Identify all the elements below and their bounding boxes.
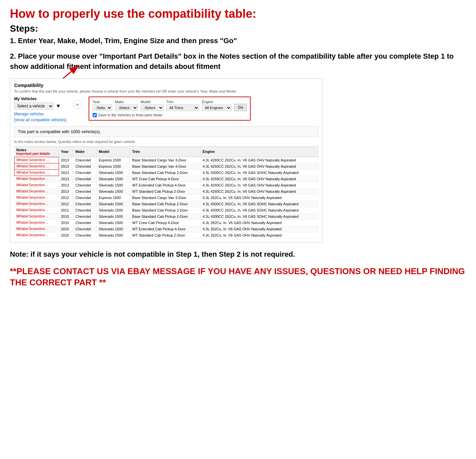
- cell-year: 2010: [59, 232, 73, 238]
- model-label: Model: [141, 100, 164, 104]
- cell-notes: Mfrlabel:Serpentine ...: [14, 182, 59, 188]
- my-vehicles-label: My Vehicles: [14, 97, 66, 101]
- quantity-note: In the notes section below, Quantity ref…: [14, 140, 319, 144]
- cell-notes: Mfrlabel:Serpentine....: [14, 163, 59, 169]
- cell-model: Silverado 1500: [97, 226, 130, 232]
- cell-make: Chevrolet: [73, 176, 97, 182]
- cell-year: 2012: [59, 194, 73, 201]
- cell-make: Chevrolet: [73, 157, 97, 163]
- cell-notes: Mfrlabel:Serpentine ...: [14, 232, 59, 238]
- or-divider: or: [73, 100, 82, 109]
- ymm-box: Year -Select- Make -Select- Model -Selec…: [89, 97, 251, 121]
- cell-notes: Mfrlabel:Serpentine ...: [14, 194, 59, 201]
- cell-model: Silverado 1500: [97, 176, 130, 182]
- compat-section: Compatibility To confirm that this part …: [10, 78, 466, 243]
- cell-year: 2013: [59, 163, 73, 169]
- cell-make: Chevrolet: [73, 201, 97, 207]
- cell-engine: 4.3L 4300CC 262Cu. In. V6 GAS SOHC Natur…: [201, 169, 319, 176]
- col-model: Model: [97, 146, 130, 157]
- table-row: Mfrlabel:Serpentine ... 2010 Chevrolet S…: [14, 232, 319, 238]
- cell-make: Chevrolet: [73, 213, 97, 219]
- year-select[interactable]: -Select-: [93, 104, 112, 111]
- go-button[interactable]: Go: [234, 104, 247, 111]
- cell-model: Silverado 1500: [97, 213, 130, 219]
- cell-notes: Mfrlabel:Serpentine ...: [14, 188, 59, 194]
- cell-trim: WT Extended Cab Pickup 4-Door: [130, 226, 201, 232]
- note-text: Note: if it says your vehicle is not com…: [10, 249, 466, 260]
- cell-engine: 4.3L 4300CC 262Cu. In. V6 GAS SOHC Natur…: [201, 201, 319, 207]
- step1-text: 1. Enter Year, Make, Model, Trim, Engine…: [10, 36, 466, 46]
- cell-trim: Base Standard Cargo Van 4-Door: [130, 163, 201, 169]
- cell-make: Chevrolet: [73, 163, 97, 169]
- compatibility-table: Notes Important part details Year Make M…: [14, 146, 319, 239]
- col-engine: Engine: [201, 146, 319, 157]
- col-notes: Notes Important part details: [14, 146, 59, 157]
- col-year: Year: [59, 146, 73, 157]
- step2-text: 2. Place your mouse over "Important Part…: [10, 51, 466, 72]
- year-label: Year: [93, 100, 112, 104]
- cell-trim: Base Standard Cargo Van 3-Door: [130, 194, 201, 201]
- manage-vehicles-link[interactable]: Manage vehicles: [14, 112, 66, 116]
- cell-engine: 4.3L 4300CC 262Cu. In. V6 GAS SOHC Natur…: [201, 213, 319, 219]
- vehicle-select-row[interactable]: Select a vehicle ▼: [14, 102, 66, 110]
- save-checkbox[interactable]: [93, 113, 97, 117]
- cell-trim: Base Standard Cab Pickup 2-Door: [130, 201, 201, 207]
- engine-select[interactable]: All Engines: [202, 104, 232, 111]
- cell-make: Chevrolet: [73, 226, 97, 232]
- save-label: Save to My Vehicles to finds parts faste…: [98, 113, 163, 117]
- cell-engine: 4.3L 262Cu. In. V6 GAS OHV Naturally Asp…: [201, 232, 319, 238]
- table-row: Mfrlabel:Serpentine ... 2010 Chevrolet S…: [14, 213, 319, 219]
- table-row: Mfrlabel:Serpentine ... 2013 Chevrolet S…: [14, 176, 319, 182]
- make-select[interactable]: -Select-: [115, 104, 138, 111]
- cell-make: Chevrolet: [73, 219, 97, 226]
- cell-model: Silverado 1500: [97, 188, 130, 194]
- dropdown-arrow-icon: ▼: [56, 103, 61, 109]
- cell-engine: 4.3L 4300CC 262Cu. In. V6 GAS SOHC Natur…: [201, 207, 319, 213]
- model-field: Model -Select-: [141, 100, 164, 111]
- col-trim: Trim: [130, 146, 201, 157]
- trim-select[interactable]: All Trims: [166, 104, 199, 111]
- cell-make: Chevrolet: [73, 207, 97, 213]
- table-row: Mfrlabel:Serpentine ... 2012 Chevrolet E…: [14, 194, 319, 201]
- ymm-fields-row: Year -Select- Make -Select- Model -Selec…: [93, 100, 247, 111]
- cell-model: Express 1500: [97, 163, 130, 169]
- table-row: Mfrlabel:Serpentine ... 2012 Chevrolet S…: [14, 201, 319, 207]
- cell-notes: Mfrlabel:Serpentine ...: [14, 207, 59, 213]
- cell-trim: WT Crew Cab Pickup 4-Door: [130, 219, 201, 226]
- cell-notes: Mfrlabel:Serpentine ...: [14, 176, 59, 182]
- cell-engine: 4.3L 262Cu. In. V6 GAS OHV Naturally Asp…: [201, 194, 319, 201]
- trim-label: Trim: [166, 100, 199, 104]
- cell-model: Silverado 1500: [97, 182, 130, 188]
- contact-text: **PLEASE CONTACT US VIA EBAY MESSAGE IF …: [10, 266, 466, 288]
- cell-notes: Mfrlabel:Serpentine ...: [14, 219, 59, 226]
- cell-engine: 4.3L 4293CC 262Cu. In. V6 GAS OHV Natura…: [201, 182, 319, 188]
- cell-make: Chevrolet: [73, 232, 97, 238]
- compat-subtext: To confirm that this part fits your vehi…: [14, 89, 319, 93]
- cell-year: 2013: [59, 169, 73, 176]
- show-all-link[interactable]: [show all compatible vehicles]: [14, 118, 66, 122]
- engine-label: Engine: [202, 100, 232, 104]
- cell-model: Express 1500: [97, 157, 130, 163]
- cell-year: 2013: [59, 188, 73, 194]
- table-row: Mfrlabel:Serpentine ... 2013 Chevrolet S…: [14, 182, 319, 188]
- cell-year: 2010: [59, 219, 73, 226]
- cell-year: 2011: [59, 207, 73, 213]
- cell-notes: Mfrlabel:Serpentine ...: [14, 226, 59, 232]
- cell-notes: Mfrlabel:Serpentine ...: [14, 213, 59, 219]
- vehicle-select-dropdown[interactable]: Select a vehicle: [14, 102, 54, 110]
- model-select[interactable]: -Select-: [141, 104, 164, 111]
- cell-year: 2013: [59, 176, 73, 182]
- cell-year: 2012: [59, 201, 73, 207]
- make-field: Make -Select-: [115, 100, 138, 111]
- table-row: Mfrlabel:Serpentine ... 2010 Chevrolet S…: [14, 219, 319, 226]
- cell-trim: Base Standard Cargo Van 3-Door: [130, 157, 201, 163]
- cell-trim: WT Crew Cab Pickup 4-Door: [130, 176, 201, 182]
- cell-engine: 4.3L 4293CC 262Cu. In. V6 GAS OHV Natura…: [201, 157, 319, 163]
- compat-header: Compatibility: [14, 83, 319, 88]
- table-row: Mfrlabel:Serpentine .... 2013 Chevrolet …: [14, 169, 319, 176]
- cell-model: Silverado 1500: [97, 219, 130, 226]
- table-row: Mfrlabel:Serpentine .... 2013 Chevrolet …: [14, 157, 319, 163]
- compat-banner: This part is compatible with 1000 vehicl…: [14, 126, 319, 137]
- cell-notes: Mfrlabel:Serpentine ...: [14, 201, 59, 207]
- cell-make: Chevrolet: [73, 188, 97, 194]
